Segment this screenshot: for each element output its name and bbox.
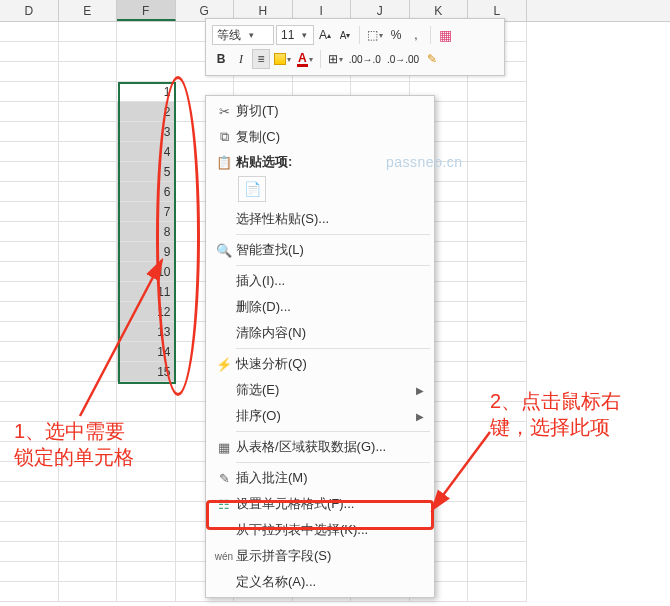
number-format-button[interactable]: ⬚▾ [365, 25, 385, 45]
cell[interactable] [0, 542, 59, 562]
menu-cut[interactable]: ✂ 剪切(T) [206, 98, 434, 124]
cell[interactable] [468, 162, 527, 182]
cell[interactable] [117, 42, 176, 62]
bold-button[interactable]: B [212, 49, 230, 69]
col-header-e[interactable]: E [59, 0, 118, 21]
cell[interactable] [59, 322, 118, 342]
cell[interactable] [59, 462, 118, 482]
cell[interactable] [0, 162, 59, 182]
cell[interactable] [59, 122, 118, 142]
cell[interactable] [117, 402, 176, 422]
cell[interactable] [0, 462, 59, 482]
cell[interactable] [59, 102, 118, 122]
cell[interactable]: 12 [117, 302, 176, 322]
menu-define-name[interactable]: 定义名称(A)... [206, 569, 434, 595]
cell[interactable] [117, 382, 176, 402]
cell[interactable]: 5 [117, 162, 176, 182]
cell[interactable] [468, 122, 527, 142]
cell[interactable] [0, 82, 59, 102]
cell[interactable] [468, 362, 527, 382]
cell[interactable] [468, 142, 527, 162]
cell[interactable] [0, 502, 59, 522]
menu-delete[interactable]: 删除(D)... [206, 294, 434, 320]
cell[interactable] [117, 562, 176, 582]
cell[interactable] [0, 102, 59, 122]
cell[interactable] [468, 182, 527, 202]
cell[interactable] [468, 262, 527, 282]
cell[interactable] [59, 282, 118, 302]
cell[interactable] [0, 402, 59, 422]
cell[interactable] [59, 382, 118, 402]
cell[interactable]: 9 [117, 242, 176, 262]
cell[interactable] [468, 462, 527, 482]
thousands-button[interactable]: , [407, 25, 425, 45]
cell[interactable] [0, 42, 59, 62]
cell[interactable] [59, 582, 118, 602]
cell[interactable] [0, 302, 59, 322]
cell[interactable]: 8 [117, 222, 176, 242]
menu-pick-from-list[interactable]: 从下拉列表中选择(K)... [206, 517, 434, 543]
cell[interactable]: 4 [117, 142, 176, 162]
menu-quick-analysis[interactable]: ⚡ 快速分析(Q) [206, 351, 434, 377]
cond-format-button[interactable]: ▦ [436, 25, 454, 45]
increase-font-button[interactable]: A▴ [316, 25, 334, 45]
percent-button[interactable]: % [387, 25, 405, 45]
menu-paste-special[interactable]: 选择性粘贴(S)... [206, 206, 434, 232]
cell[interactable] [0, 342, 59, 362]
menu-insert-comment[interactable]: ✎ 插入批注(M) [206, 465, 434, 491]
cell[interactable] [59, 62, 118, 82]
cell[interactable] [468, 402, 527, 422]
cell[interactable]: 11 [117, 282, 176, 302]
font-size-combo[interactable]: 11▾ [276, 25, 314, 45]
cell[interactable] [117, 502, 176, 522]
menu-sort[interactable]: 排序(O) ▶ [206, 403, 434, 429]
menu-smart-lookup[interactable]: 🔍 智能查找(L) [206, 237, 434, 263]
cell[interactable] [59, 522, 118, 542]
cell[interactable] [0, 142, 59, 162]
cell[interactable]: 3 [117, 122, 176, 142]
menu-get-from-table[interactable]: ▦ 从表格/区域获取数据(G)... [206, 434, 434, 460]
cell[interactable] [468, 222, 527, 242]
cell[interactable] [59, 502, 118, 522]
menu-filter[interactable]: 筛选(E) ▶ [206, 377, 434, 403]
cell[interactable] [468, 382, 527, 402]
font-color-button[interactable]: A▾ [295, 49, 315, 69]
align-button[interactable]: ≡ [252, 49, 270, 69]
cell[interactable] [0, 202, 59, 222]
cell[interactable] [0, 582, 59, 602]
decrease-decimal-button[interactable]: .00→.0 [347, 49, 383, 69]
cell[interactable]: 7 [117, 202, 176, 222]
cell[interactable] [468, 282, 527, 302]
cell[interactable] [468, 442, 527, 462]
cell[interactable] [117, 582, 176, 602]
cell[interactable] [117, 442, 176, 462]
cell[interactable]: 6 [117, 182, 176, 202]
cell[interactable] [117, 462, 176, 482]
cell[interactable] [59, 202, 118, 222]
cell[interactable] [0, 482, 59, 502]
cell[interactable] [468, 242, 527, 262]
cell[interactable] [0, 562, 59, 582]
cell[interactable]: 1 [117, 82, 176, 102]
col-header-f[interactable]: F [117, 0, 176, 21]
cell[interactable] [59, 242, 118, 262]
cell[interactable] [59, 482, 118, 502]
menu-show-pinyin[interactable]: wén 显示拼音字段(S) [206, 543, 434, 569]
cell[interactable] [59, 142, 118, 162]
cell[interactable] [117, 542, 176, 562]
cell[interactable] [0, 182, 59, 202]
cell[interactable] [468, 522, 527, 542]
menu-insert[interactable]: 插入(I)... [206, 268, 434, 294]
cell[interactable] [0, 522, 59, 542]
cell[interactable] [0, 222, 59, 242]
cell[interactable] [468, 82, 527, 102]
cell[interactable] [59, 302, 118, 322]
border-button[interactable]: ⊞▾ [326, 49, 345, 69]
cell[interactable] [0, 22, 59, 42]
cell[interactable]: 10 [117, 262, 176, 282]
cell[interactable] [59, 162, 118, 182]
cell[interactable]: 14 [117, 342, 176, 362]
cell[interactable] [0, 322, 59, 342]
cell[interactable] [59, 422, 118, 442]
cell[interactable] [117, 422, 176, 442]
